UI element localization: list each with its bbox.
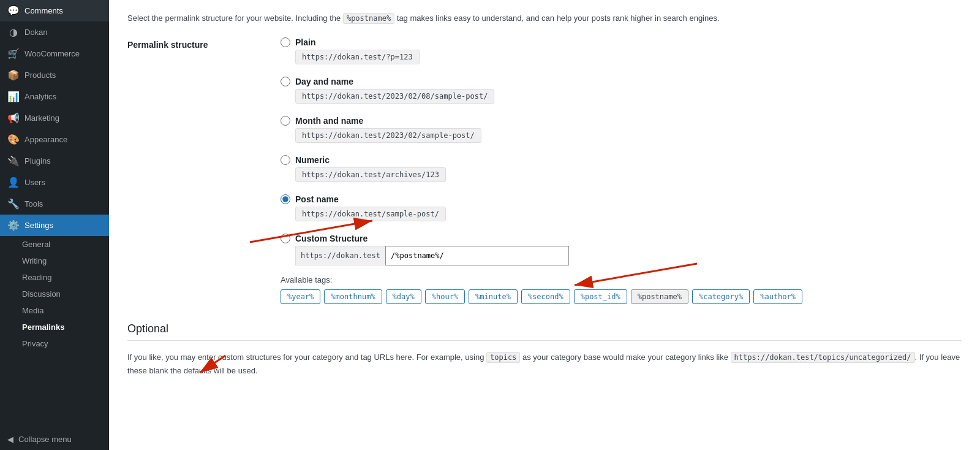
sidebar-subitem-reading[interactable]: Reading — [0, 269, 109, 286]
available-tags-label: Available tags: — [281, 275, 962, 284]
option-post-name: Post name https://dokan.test/sample-post… — [281, 194, 962, 224]
option-day-name: Day and name https://dokan.test/2023/02/… — [281, 77, 962, 106]
sidebar-item-appearance[interactable]: 🎨 Appearance — [0, 129, 109, 150]
tag-second[interactable]: %second% — [521, 289, 570, 304]
section-label: Permalink structure — [127, 37, 262, 304]
custom-url-base: https://dokan.test — [295, 246, 385, 265]
collapse-icon: ◀ — [7, 435, 13, 444]
custom-url-row: https://dokan.test — [295, 246, 962, 265]
optional-title: Optional — [127, 322, 962, 341]
option-plain: Plain https://dokan.test/?p=123 — [281, 37, 962, 67]
tag-author[interactable]: %author% — [753, 289, 802, 304]
analytics-icon: 📊 — [7, 91, 20, 102]
url-month-name: https://dokan.test/2023/02/sample-post/ — [295, 128, 481, 143]
tag-minute[interactable]: %minute% — [469, 289, 518, 304]
sidebar-item-plugins[interactable]: 🔌 Plugins — [0, 150, 109, 172]
custom-url-input[interactable] — [385, 246, 569, 265]
sidebar-item-products[interactable]: 📦 Products — [0, 64, 109, 86]
radio-custom[interactable] — [281, 234, 290, 243]
content-area: Select the permalink structure for your … — [109, 0, 980, 450]
options-content: Plain https://dokan.test/?p=123 Day and … — [281, 37, 962, 304]
users-icon: 👤 — [7, 177, 20, 188]
permalink-structure-section: Permalink structure Plain https://dokan.… — [127, 37, 962, 304]
products-icon: 📦 — [7, 69, 20, 81]
woocommerce-icon: 🛒 — [7, 48, 20, 59]
tools-icon: 🔧 — [7, 198, 20, 210]
option-month-name: Month and name https://dokan.test/2023/0… — [281, 116, 962, 145]
collapse-menu-button[interactable]: ◀ Collapse menu — [0, 429, 109, 450]
option-numeric: Numeric https://dokan.test/archives/123 — [281, 155, 962, 185]
tag-monthnum[interactable]: %monthnum% — [324, 289, 382, 304]
sidebar-item-analytics[interactable]: 📊 Analytics — [0, 86, 109, 107]
url-numeric: https://dokan.test/archives/123 — [295, 167, 446, 182]
url-post-name: https://dokan.test/sample-post/ — [295, 207, 446, 221]
radio-plain[interactable] — [281, 37, 290, 47]
tag-postname[interactable]: %postname% — [631, 289, 688, 304]
settings-icon: ⚙️ — [7, 219, 20, 231]
main-content: Select the permalink structure for your … — [109, 0, 980, 450]
radio-month-name[interactable] — [281, 116, 290, 126]
comments-icon: 💬 — [7, 5, 20, 17]
sidebar-item-dokan[interactable]: ◑ Dokan — [0, 21, 109, 43]
sidebar-subitem-media[interactable]: Media — [0, 302, 109, 319]
tag-category[interactable]: %category% — [692, 289, 750, 304]
radio-day-name[interactable] — [281, 77, 290, 86]
tags-row: %year% %monthnum% %day% %hour% %minute% … — [281, 289, 962, 304]
topics-url-code: https://dokan.test/topics/uncategorized/ — [731, 352, 915, 363]
sidebar-item-comments[interactable]: 💬 Comments — [0, 0, 109, 21]
appearance-icon: 🎨 — [7, 134, 20, 145]
sidebar-subitem-privacy[interactable]: Privacy — [0, 335, 109, 352]
dokan-icon: ◑ — [7, 26, 20, 38]
sidebar-subitem-writing[interactable]: Writing — [0, 253, 109, 269]
url-plain: https://dokan.test/?p=123 — [295, 50, 420, 64]
url-day-name: https://dokan.test/2023/02/08/sample-pos… — [295, 89, 494, 104]
tag-year[interactable]: %year% — [281, 289, 320, 304]
topics-code: topics — [486, 352, 520, 363]
radio-post-name[interactable] — [281, 194, 290, 204]
sidebar-item-tools[interactable]: 🔧 Tools — [0, 193, 109, 215]
tag-post-id[interactable]: %post_id% — [574, 289, 627, 304]
tag-day[interactable]: %day% — [386, 289, 421, 304]
sidebar-subitem-general[interactable]: General — [0, 236, 109, 253]
sidebar-item-settings[interactable]: ⚙️ Settings — [0, 215, 109, 236]
sidebar-item-marketing[interactable]: 📢 Marketing — [0, 107, 109, 129]
option-custom: Custom Structure https://dokan.test — [281, 234, 962, 265]
sidebar-item-woocommerce[interactable]: 🛒 WooCommerce — [0, 43, 109, 64]
sidebar-item-users[interactable]: 👤 Users — [0, 172, 109, 193]
sidebar-subitem-permalinks[interactable]: Permalinks — [0, 319, 109, 335]
settings-submenu: General Writing Reading Discussion Media… — [0, 236, 109, 352]
postname-code: %postname% — [343, 13, 394, 24]
tag-hour[interactable]: %hour% — [425, 289, 465, 304]
optional-text: If you like, you may enter custom struct… — [127, 351, 962, 378]
marketing-icon: 📢 — [7, 112, 20, 124]
intro-text: Select the permalink structure for your … — [127, 12, 962, 25]
sidebar-subitem-discussion[interactable]: Discussion — [0, 286, 109, 302]
plugins-icon: 🔌 — [7, 155, 20, 167]
radio-numeric[interactable] — [281, 155, 290, 165]
sidebar: 💬 Comments ◑ Dokan 🛒 WooCommerce 📦 Produ… — [0, 0, 109, 450]
